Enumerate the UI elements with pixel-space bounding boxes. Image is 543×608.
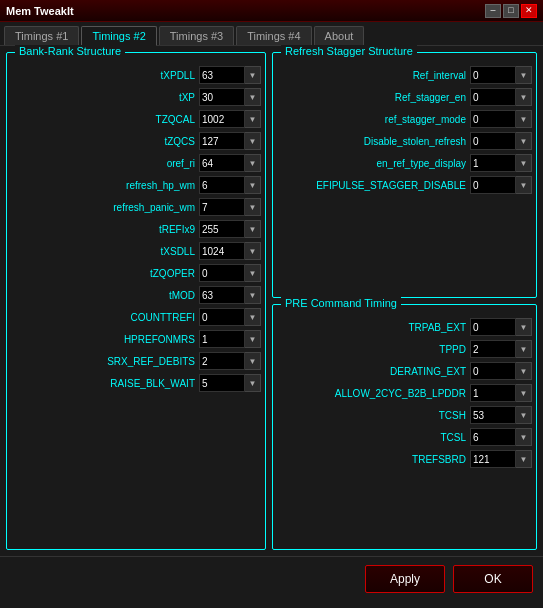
dropdown-button[interactable]: ▼ xyxy=(516,340,532,358)
value-input[interactable] xyxy=(470,362,516,380)
row-control: ▼ xyxy=(199,352,261,370)
table-row: tXPDLL▼ xyxy=(11,65,261,85)
row-control: ▼ xyxy=(470,176,532,194)
value-input[interactable] xyxy=(199,242,245,260)
value-input[interactable] xyxy=(199,352,245,370)
dropdown-button[interactable]: ▼ xyxy=(245,264,261,282)
dropdown-button[interactable]: ▼ xyxy=(516,428,532,446)
dropdown-button[interactable]: ▼ xyxy=(245,66,261,84)
dropdown-button[interactable]: ▼ xyxy=(516,450,532,468)
row-control: ▼ xyxy=(470,66,532,84)
row-control: ▼ xyxy=(470,450,532,468)
value-input[interactable] xyxy=(199,264,245,282)
row-label: SRX_REF_DEBITS xyxy=(11,356,199,367)
value-input[interactable] xyxy=(199,198,245,216)
minimize-button[interactable]: – xyxy=(485,4,501,18)
value-input[interactable] xyxy=(199,220,245,238)
table-row: refresh_panic_wm▼ xyxy=(11,197,261,217)
value-input[interactable] xyxy=(199,66,245,84)
value-input[interactable] xyxy=(470,428,516,446)
tab-bar: Timings #1 Timings #2 Timings #3 Timings… xyxy=(0,22,543,46)
row-control: ▼ xyxy=(199,374,261,392)
ok-button[interactable]: OK xyxy=(453,565,533,593)
table-row: Disable_stolen_refresh▼ xyxy=(277,131,532,151)
dropdown-button[interactable]: ▼ xyxy=(245,110,261,128)
dropdown-button[interactable]: ▼ xyxy=(245,176,261,194)
dropdown-button[interactable]: ▼ xyxy=(516,362,532,380)
table-row: tZQCS▼ xyxy=(11,131,261,151)
pre-command-panel: PRE Command Timing TRPAB_EXT▼TPPD▼DERATI… xyxy=(272,304,537,550)
value-input[interactable] xyxy=(199,374,245,392)
row-label: tMOD xyxy=(11,290,199,301)
value-input[interactable] xyxy=(199,110,245,128)
dropdown-button[interactable]: ▼ xyxy=(245,132,261,150)
dropdown-button[interactable]: ▼ xyxy=(245,88,261,106)
value-input[interactable] xyxy=(470,66,516,84)
row-label: tXPDLL xyxy=(11,70,199,81)
table-row: tXP▼ xyxy=(11,87,261,107)
main-content: Bank-Rank Structure tXPDLL▼tXP▼TZQCAL▼tZ… xyxy=(0,46,543,556)
dropdown-button[interactable]: ▼ xyxy=(245,154,261,172)
dropdown-button[interactable]: ▼ xyxy=(245,330,261,348)
table-row: ALLOW_2CYC_B2B_LPDDR▼ xyxy=(277,383,532,403)
value-input[interactable] xyxy=(470,154,516,172)
table-row: TRPAB_EXT▼ xyxy=(277,317,532,337)
dropdown-button[interactable]: ▼ xyxy=(516,110,532,128)
row-control: ▼ xyxy=(470,154,532,172)
dropdown-button[interactable]: ▼ xyxy=(516,88,532,106)
dropdown-button[interactable]: ▼ xyxy=(245,286,261,304)
row-label: TRPAB_EXT xyxy=(277,322,470,333)
value-input[interactable] xyxy=(199,286,245,304)
value-input[interactable] xyxy=(199,88,245,106)
dropdown-button[interactable]: ▼ xyxy=(245,374,261,392)
dropdown-button[interactable]: ▼ xyxy=(516,154,532,172)
window-controls: – □ ✕ xyxy=(485,4,537,18)
value-input[interactable] xyxy=(470,88,516,106)
dropdown-button[interactable]: ▼ xyxy=(516,66,532,84)
dropdown-button[interactable]: ▼ xyxy=(516,384,532,402)
table-row: SRX_REF_DEBITS▼ xyxy=(11,351,261,371)
table-row: TREFSBRD▼ xyxy=(277,449,532,469)
value-input[interactable] xyxy=(199,330,245,348)
dropdown-button[interactable]: ▼ xyxy=(516,318,532,336)
value-input[interactable] xyxy=(470,318,516,336)
dropdown-button[interactable]: ▼ xyxy=(245,308,261,326)
close-button[interactable]: ✕ xyxy=(521,4,537,18)
dropdown-button[interactable]: ▼ xyxy=(245,352,261,370)
table-row: RAISE_BLK_WAIT▼ xyxy=(11,373,261,393)
dropdown-button[interactable]: ▼ xyxy=(245,220,261,238)
value-input[interactable] xyxy=(199,132,245,150)
dropdown-button[interactable]: ▼ xyxy=(245,242,261,260)
table-row: tXSDLL▼ xyxy=(11,241,261,261)
apply-button[interactable]: Apply xyxy=(365,565,445,593)
value-input[interactable] xyxy=(199,308,245,326)
value-input[interactable] xyxy=(199,154,245,172)
value-input[interactable] xyxy=(470,340,516,358)
row-label: TCSH xyxy=(277,410,470,421)
dropdown-button[interactable]: ▼ xyxy=(245,198,261,216)
tab-about[interactable]: About xyxy=(314,26,365,45)
title-bar: Mem TweakIt – □ ✕ xyxy=(0,0,543,22)
value-input[interactable] xyxy=(470,132,516,150)
value-input[interactable] xyxy=(470,450,516,468)
table-row: ref_stagger_mode▼ xyxy=(277,109,532,129)
dropdown-button[interactable]: ▼ xyxy=(516,176,532,194)
value-input[interactable] xyxy=(470,406,516,424)
dropdown-button[interactable]: ▼ xyxy=(516,132,532,150)
value-input[interactable] xyxy=(470,176,516,194)
row-control: ▼ xyxy=(470,132,532,150)
bank-rank-rows: tXPDLL▼tXP▼TZQCAL▼tZQCS▼oref_ri▼refresh_… xyxy=(11,65,261,393)
value-input[interactable] xyxy=(470,110,516,128)
value-input[interactable] xyxy=(470,384,516,402)
value-input[interactable] xyxy=(199,176,245,194)
tab-timings1[interactable]: Timings #1 xyxy=(4,26,79,45)
tab-timings3[interactable]: Timings #3 xyxy=(159,26,234,45)
maximize-button[interactable]: □ xyxy=(503,4,519,18)
tab-timings4[interactable]: Timings #4 xyxy=(236,26,311,45)
row-label: COUNTTREFI xyxy=(11,312,199,323)
tab-timings2[interactable]: Timings #2 xyxy=(81,26,156,46)
row-label: RAISE_BLK_WAIT xyxy=(11,378,199,389)
bank-rank-panel: Bank-Rank Structure tXPDLL▼tXP▼TZQCAL▼tZ… xyxy=(6,52,266,550)
dropdown-button[interactable]: ▼ xyxy=(516,406,532,424)
pre-command-rows: TRPAB_EXT▼TPPD▼DERATING_EXT▼ALLOW_2CYC_B… xyxy=(277,317,532,469)
